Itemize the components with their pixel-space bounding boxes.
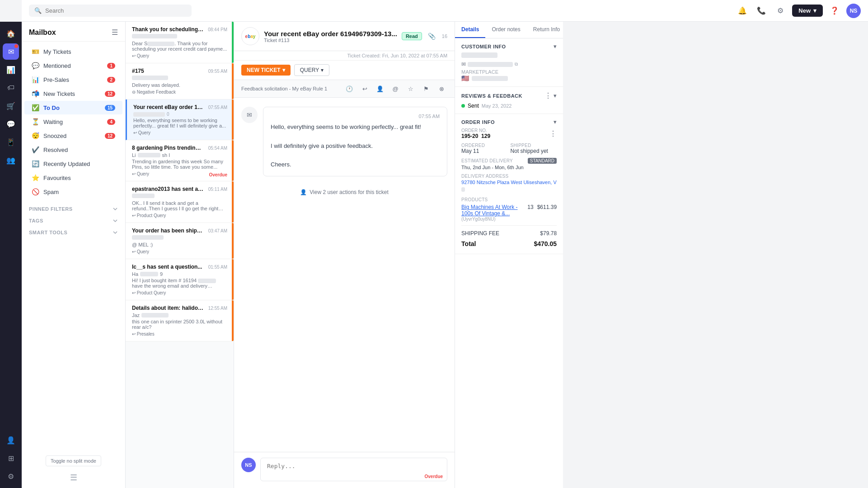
chevron-down-icon[interactable]: ▾ bbox=[554, 92, 557, 99]
mentioned-icon: 💬 bbox=[32, 62, 39, 69]
header-actions: 🔔 📞 ⚙ New ▾ ❓ NS bbox=[735, 4, 868, 18]
ticket-item[interactable]: Your order has been shipped! 03:47 AM @ … bbox=[126, 223, 234, 259]
recently-updated-icon: 🔄 bbox=[32, 160, 39, 167]
tab-order-notes[interactable]: Order notes bbox=[485, 22, 526, 38]
tab-return-info[interactable]: Return Info bbox=[527, 22, 563, 38]
new-button[interactable]: New ▾ bbox=[792, 5, 823, 17]
message-text: Hello, everything seems to be working pe… bbox=[271, 123, 440, 170]
email-value bbox=[468, 61, 513, 67]
ticket-item[interactable]: Thank you for scheduling your... 08:44 P… bbox=[126, 22, 234, 63]
ticket-item[interactable]: Details about item: halidou20... 12:55 A… bbox=[126, 300, 234, 341]
reply-input[interactable] bbox=[260, 458, 447, 481]
ticket-preview: @ MEL :) bbox=[132, 242, 227, 247]
todo-badge: 15 bbox=[105, 105, 115, 111]
sidebar-item-new-tickets[interactable]: 📬 New Tickets 12 bbox=[24, 87, 122, 100]
sidebar-item-resolved[interactable]: ✔️ Resolved bbox=[24, 143, 122, 156]
chevron-down-icon[interactable] bbox=[113, 218, 118, 223]
nav-settings-icon[interactable]: ⚙ bbox=[3, 468, 19, 484]
user-avatar[interactable]: NS bbox=[846, 4, 861, 18]
nav-chart-icon[interactable]: 📊 bbox=[3, 62, 19, 78]
message-bubble: 07:55 AM Hello, everything seems to be w… bbox=[263, 107, 447, 176]
ticket-title: Details about item: halidou20... bbox=[132, 305, 204, 311]
sidebar: Mailbox ☰ 🎫 My Tickets 💬 Mentioned 1 📊 P… bbox=[22, 22, 126, 488]
status-bar bbox=[232, 300, 234, 341]
sidebar-item-spam[interactable]: 🚫 Spam bbox=[24, 185, 122, 199]
sidebar-item-pre-sales[interactable]: 📊 Pre-Sales 2 bbox=[24, 73, 122, 86]
new-ticket-button[interactable]: NEW TICKET ▾ bbox=[241, 65, 291, 76]
nav-mail-icon[interactable]: ✉ bbox=[3, 43, 19, 60]
nav-phone-icon[interactable]: 📱 bbox=[3, 134, 19, 150]
tab-details[interactable]: Details bbox=[455, 22, 485, 38]
ticket-tag: ↩ Query bbox=[133, 130, 150, 135]
delivery-dates: Thu, 2nd Jun - Mon, 6th Jun bbox=[461, 165, 557, 170]
ticket-time: 03:47 AM bbox=[208, 228, 227, 233]
sidebar-item-recently-updated[interactable]: 🔄 Recently Updated bbox=[24, 157, 122, 171]
ticket-item[interactable]: 8 gardening Pins trending this... 05:54 … bbox=[126, 140, 234, 181]
nav-add-person-icon[interactable]: 👤 bbox=[3, 432, 19, 448]
star-icon[interactable]: ☆ bbox=[405, 83, 417, 95]
order-menu-icon[interactable]: ⋮ bbox=[549, 129, 557, 138]
ordered-cell: ORDERED May 11 bbox=[461, 143, 508, 154]
sidebar-menu-icon[interactable]: ☰ bbox=[112, 28, 118, 37]
products-label: PRODUCTS bbox=[461, 197, 557, 202]
sidebar-item-to-do[interactable]: ✅ To Do 15 bbox=[24, 101, 122, 114]
nav-chat-icon[interactable]: 💬 bbox=[3, 116, 19, 132]
sidebar-item-waiting[interactable]: ⏳ Waiting 4 bbox=[24, 115, 122, 128]
ticket-preview: Delivery was delayed. bbox=[132, 82, 227, 88]
sidebar-item-my-tickets[interactable]: 🎫 My Tickets bbox=[24, 45, 122, 58]
chevron-down-icon[interactable] bbox=[113, 230, 118, 235]
address-value: 92780 Nitzsche Plaza West Uliseshaven, V bbox=[461, 179, 557, 194]
total-row: Total $470.05 bbox=[461, 238, 557, 249]
nav-people-icon[interactable]: 👥 bbox=[3, 152, 19, 168]
reviews-badge: Sent May 23, 2022 bbox=[461, 103, 557, 109]
toggle-split-mode-button[interactable]: Toggle no split mode bbox=[46, 455, 101, 466]
mention-icon[interactable]: @ bbox=[389, 83, 401, 95]
search-input[interactable] bbox=[45, 7, 186, 14]
ticket-item[interactable]: epastrano2013 has sent a que... 05:11 AM… bbox=[126, 181, 234, 223]
status-bar bbox=[232, 99, 234, 140]
user-actions-bar[interactable]: 👤 View 2 user actions for this ticket bbox=[241, 185, 447, 199]
chevron-up-icon[interactable]: ▾ bbox=[554, 43, 557, 50]
attach-icon[interactable]: 📎 bbox=[426, 30, 438, 43]
order-info-title: ORDER INFO bbox=[461, 119, 495, 125]
new-tickets-icon: 📬 bbox=[32, 90, 39, 97]
reply-icon[interactable]: ↩ bbox=[359, 83, 371, 95]
product-link[interactable]: Big Machines At Work - 100s Of Vintage &… bbox=[461, 204, 524, 217]
nav-tag-icon[interactable]: 🏷 bbox=[3, 80, 19, 96]
more-icon[interactable]: ⋮ bbox=[544, 91, 552, 100]
shipping-row: SHIPPING FEE $79.78 bbox=[461, 228, 557, 238]
ticket-item-selected[interactable]: Your recent eBay order 16194... 07:55 AM… bbox=[126, 99, 234, 140]
flag-icon[interactable]: ⚑ bbox=[420, 83, 432, 95]
reply-avatar: NS bbox=[241, 458, 256, 472]
waiting-badge: 4 bbox=[107, 119, 115, 125]
filter-icon[interactable]: ⚙ bbox=[773, 4, 788, 18]
query-button[interactable]: QUERY ▾ bbox=[294, 64, 329, 76]
sidebar-item-mentioned[interactable]: 💬 Mentioned 1 bbox=[24, 59, 122, 72]
ordered-label: ORDERED bbox=[461, 143, 508, 148]
sidebar-item-favourites[interactable]: ⭐ Favourites bbox=[24, 171, 122, 185]
ticket-tag: ↩ Query bbox=[132, 53, 149, 58]
chevron-down-icon[interactable]: ▾ bbox=[554, 118, 557, 125]
phone-icon[interactable]: 📞 bbox=[754, 4, 769, 18]
sidebar-item-snoozed[interactable]: 😴 Snoozed 12 bbox=[24, 129, 122, 142]
sidebar-item-label: Waiting bbox=[43, 118, 103, 125]
nav-home-icon[interactable]: 🏠 bbox=[3, 25, 19, 42]
nav-cart-icon[interactable]: 🛒 bbox=[3, 98, 19, 114]
new-tickets-badge: 12 bbox=[105, 91, 115, 97]
block-icon[interactable]: ⊗ bbox=[436, 83, 447, 95]
ticket-preview: Dear S. Thank you for scheduling your re… bbox=[132, 41, 227, 52]
marketplace-link[interactable] bbox=[472, 75, 508, 81]
ticket-item[interactable]: #175 09:55 AM Delivery was delayed. ⊖ Ne… bbox=[126, 63, 234, 99]
delivery-address: DELIVERY ADDRESS 92780 Nitzsche Plaza We… bbox=[461, 174, 557, 194]
assign-icon[interactable]: 👤 bbox=[374, 83, 386, 95]
copy-icon[interactable]: ⧉ bbox=[515, 62, 518, 67]
ticket-item[interactable]: Ic__s has sent a question... 01:55 AM Ha… bbox=[126, 259, 234, 300]
reviews-section: REVIEWS & FEEDBACK ⋮ ▾ Sent May 23, 2022 bbox=[455, 87, 563, 114]
product-sku: (UyvrYg0uy8NU) bbox=[461, 217, 557, 222]
nav-grid-icon[interactable]: ⊞ bbox=[3, 450, 19, 466]
notifications-icon[interactable]: 🔔 bbox=[735, 4, 750, 18]
clock-icon[interactable]: 🕐 bbox=[343, 83, 355, 95]
help-icon[interactable]: ❓ bbox=[827, 4, 842, 18]
chevron-down-icon[interactable] bbox=[113, 206, 118, 212]
sent-label: Sent bbox=[468, 103, 479, 109]
